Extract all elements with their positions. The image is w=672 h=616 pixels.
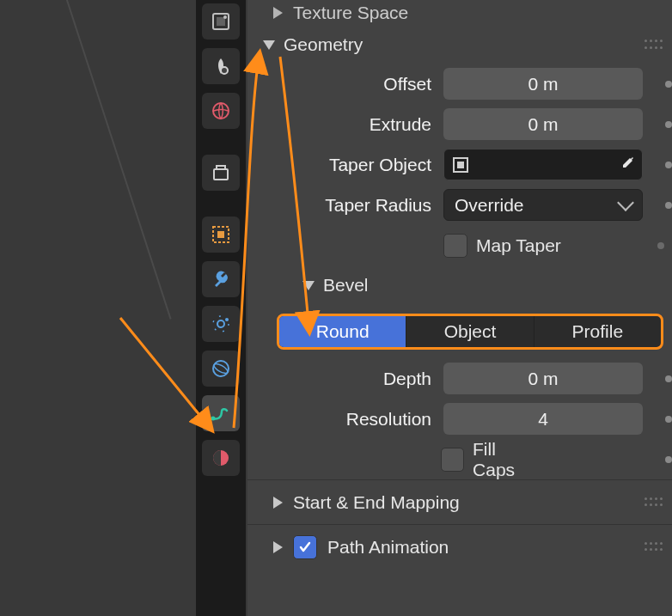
svg-point-3 (221, 67, 228, 74)
tab-render[interactable] (202, 3, 240, 40)
tab-collection[interactable] (202, 155, 240, 191)
eyedropper-icon[interactable] (616, 153, 635, 176)
svg-rect-1 (217, 17, 225, 26)
depth-field[interactable]: 0 m (443, 363, 643, 394)
path-animation-header[interactable]: Path Animation (247, 524, 672, 569)
offset-field[interactable]: 0 m (443, 68, 643, 100)
drag-handle-icon[interactable] (645, 40, 663, 50)
panel-label: Path Animation (327, 537, 449, 558)
extrude-field[interactable]: 0 m (443, 108, 643, 140)
svg-point-9 (217, 320, 224, 327)
svg-point-14 (211, 417, 216, 421)
tab-world[interactable] (202, 93, 240, 129)
disclosure-closed-icon (273, 7, 283, 19)
tab-material[interactable] (202, 440, 240, 476)
panel-label: Geometry (284, 34, 363, 55)
taper-object-label: Taper Object (265, 155, 437, 175)
animate-dot[interactable] (665, 416, 672, 423)
svg-rect-8 (217, 231, 224, 238)
panel-label: Bevel (323, 275, 369, 296)
tab-physics[interactable] (202, 351, 240, 387)
depth-label: Depth (265, 369, 437, 389)
geometry-header[interactable]: Geometry (247, 26, 672, 64)
svg-rect-6 (217, 166, 225, 169)
svg-point-2 (223, 15, 227, 19)
taper-radius-label: Taper Radius (265, 195, 437, 216)
offset-label: Offset (265, 74, 437, 95)
disclosure-closed-icon (273, 541, 283, 553)
animate-dot[interactable] (665, 162, 672, 168)
bevel-mode-profile[interactable]: Profile (535, 316, 661, 347)
extrude-label: Extrude (265, 114, 437, 135)
drag-handle-icon[interactable] (645, 497, 663, 508)
bevel-mode-tabs: Round Object Profile (277, 314, 663, 350)
taper-radius-dropdown[interactable]: Override (443, 189, 643, 221)
start-end-mapping-header[interactable]: Start & End Mapping (247, 479, 672, 524)
disclosure-open-icon (263, 40, 275, 50)
tab-object[interactable] (202, 217, 240, 253)
taper-object-field[interactable] (443, 149, 643, 180)
viewport-3d[interactable] (0, 0, 180, 616)
properties-panel: Texture Space Geometry Offset 0 m Extrud… (247, 0, 672, 616)
animate-dot[interactable] (665, 202, 672, 209)
map-taper-checkbox[interactable] (443, 234, 467, 258)
panel-label: Texture Space (293, 3, 408, 23)
drag-handle-icon[interactable] (645, 542, 663, 552)
animate-dot[interactable] (665, 375, 672, 382)
tab-curve-data[interactable] (202, 395, 240, 431)
bevel-header[interactable]: Bevel (265, 265, 672, 305)
fill-caps-label: Fill Caps (473, 439, 541, 480)
disclosure-open-icon (302, 281, 315, 290)
svg-rect-5 (214, 169, 228, 180)
panel-label: Start & End Mapping (293, 492, 460, 513)
animate-dot[interactable] (665, 81, 672, 88)
svg-rect-17 (457, 162, 464, 168)
disclosure-closed-icon (273, 497, 283, 509)
tab-modifier[interactable] (202, 261, 240, 297)
animate-dot[interactable] (665, 456, 672, 463)
resolution-field[interactable]: 4 (443, 403, 643, 435)
animate-dot[interactable] (665, 121, 672, 128)
svg-point-11 (225, 318, 229, 321)
texture-space-header[interactable]: Texture Space (247, 0, 672, 26)
tab-output[interactable] (202, 48, 240, 84)
bevel-mode-round[interactable]: Round (279, 316, 406, 347)
object-icon (451, 156, 470, 174)
chevron-down-icon (617, 194, 634, 211)
bevel-mode-object[interactable]: Object (406, 316, 534, 347)
tab-particles[interactable] (202, 306, 240, 342)
property-tabs (196, 0, 246, 616)
resolution-label: Resolution (265, 409, 437, 430)
map-taper-label: Map Taper (476, 235, 561, 256)
path-animation-checkbox[interactable] (293, 535, 317, 559)
fill-caps-checkbox[interactable] (441, 448, 464, 472)
animate-dot[interactable] (657, 242, 664, 249)
